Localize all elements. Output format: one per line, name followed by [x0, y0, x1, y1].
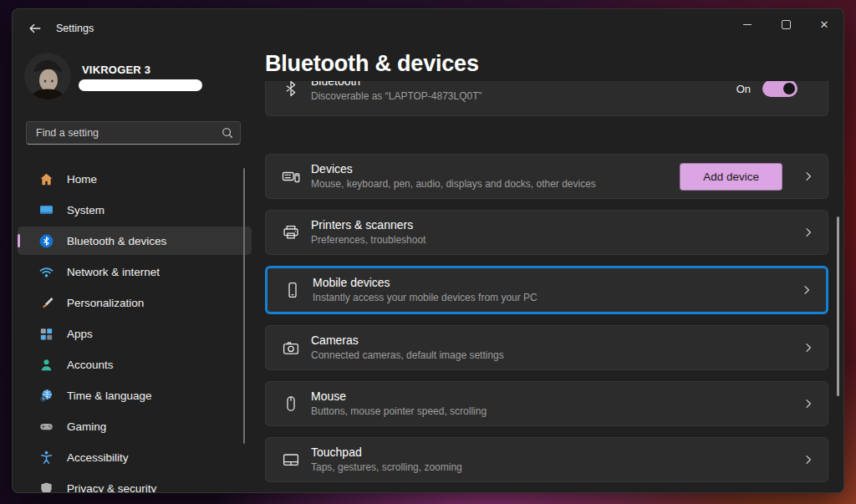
back-arrow-icon [28, 21, 43, 36]
sidebar-item-label: Bluetooth & devices [67, 235, 166, 247]
mobile-phone-icon [283, 280, 303, 300]
sidebar-item-label: Apps [67, 328, 93, 340]
row-subtitle: Instantly access your mobile devices fro… [313, 292, 794, 304]
search-icon[interactable] [221, 126, 234, 140]
devices-icon [281, 166, 301, 186]
sidebar-scrollbar[interactable] [243, 168, 245, 444]
sidebar-item-network-internet[interactable]: Network & internet [18, 257, 252, 286]
app-title: Settings [56, 23, 94, 34]
gaming-icon [38, 418, 54, 435]
printer-icon [281, 222, 301, 242]
sidebar-item-label: Accessibility [67, 451, 129, 464]
row-title: Mobile devices [313, 276, 794, 290]
window-controls: ✕ [728, 9, 843, 39]
row-title: Cameras [311, 333, 796, 348]
row-subtitle: Preferences, troubleshoot [311, 234, 796, 247]
chevron-right-icon [799, 283, 814, 298]
row-title: Devices [311, 162, 680, 176]
sidebar-item-label: Home [67, 173, 97, 186]
minimize-icon [743, 24, 752, 25]
devices-row[interactable]: Devices Mouse, keyboard, pen, audio, dis… [265, 154, 828, 199]
home-icon [38, 171, 54, 187]
accounts-icon [38, 356, 54, 373]
sidebar-item-label: Accounts [67, 359, 114, 371]
bluetooth-subtitle: Discoverable as “LAPTOP-4873LQ0T” [311, 90, 736, 103]
mobile-devices-row[interactable]: Mobile devices Instantly access your mob… [265, 266, 828, 314]
maximize-icon [782, 20, 791, 29]
privacy-icon [38, 480, 54, 493]
touchpad-icon [281, 450, 301, 470]
sidebar-item-accounts[interactable]: Accounts [18, 350, 252, 379]
user-name: VIKROGER 3 [82, 64, 150, 76]
sidebar-item-system[interactable]: System [18, 196, 252, 224]
network-icon [38, 263, 54, 280]
sidebar-item-time-language[interactable]: Time & language [18, 381, 252, 410]
sidebar-item-label: Privacy & security [67, 482, 156, 494]
page-title: Bluetooth & devices [265, 51, 479, 77]
chevron-right-icon [801, 169, 816, 184]
bluetooth-toggle[interactable] [762, 81, 797, 97]
settings-window: Settings ✕ VIKROGER 3 Home System [12, 8, 844, 493]
mouse-icon [281, 394, 301, 414]
content-scrollbar[interactable] [837, 216, 839, 396]
row-subtitle: Buttons, mouse pointer speed, scrolling [311, 405, 796, 418]
close-icon: ✕ [820, 18, 829, 31]
bluetooth-title: Bluetooth [311, 81, 736, 89]
redacted-email-pill [79, 79, 202, 91]
bluetooth-row[interactable]: Bluetooth Discoverable as “LAPTOP-4873LQ… [265, 81, 828, 116]
sidebar-item-label: Network & internet [67, 266, 160, 278]
sidebar-item-gaming[interactable]: Gaming [18, 412, 252, 440]
bluetooth-glyph-icon [281, 81, 301, 99]
bluetooth-icon [38, 232, 54, 249]
row-title: Touchpad [311, 445, 796, 460]
sidebar-item-bluetooth-devices[interactable]: Bluetooth & devices [18, 227, 252, 255]
sidebar-item-apps[interactable]: Apps [18, 319, 252, 348]
row-title: Printers & scanners [311, 218, 796, 232]
minimize-button[interactable] [728, 9, 767, 39]
row-subtitle: Connected cameras, default image setting… [311, 349, 796, 362]
settings-rows: Bluetooth Discoverable as “LAPTOP-4873LQ… [265, 81, 828, 493]
chevron-right-icon [801, 225, 816, 240]
chevron-right-icon [801, 396, 816, 411]
sidebar-item-label: Gaming [67, 420, 106, 433]
chevron-right-icon [801, 452, 816, 467]
camera-icon [281, 338, 301, 358]
sidebar-item-home[interactable]: Home [18, 165, 252, 193]
maximize-button[interactable] [767, 9, 805, 39]
touchpad-row[interactable]: Touchpad Taps, gestures, scrolling, zoom… [265, 437, 828, 482]
back-button[interactable] [23, 18, 48, 38]
row-subtitle: Mouse, keyboard, pen, audio, displays an… [311, 178, 680, 191]
toggle-knob [783, 83, 795, 94]
sidebar-item-label: System [67, 204, 104, 216]
mouse-row[interactable]: Mouse Buttons, mouse pointer speed, scro… [265, 381, 828, 426]
search-box [26, 121, 241, 145]
sidebar-item-personalization[interactable]: Personalization [18, 288, 252, 317]
apps-icon [38, 325, 54, 342]
search-input[interactable] [26, 121, 241, 145]
sidebar-item-accessibility[interactable]: Accessibility [18, 443, 252, 471]
cameras-row[interactable]: Cameras Connected cameras, default image… [265, 325, 828, 370]
sidebar-item-label: Personalization [67, 297, 144, 309]
printers-scanners-row[interactable]: Printers & scanners Preferences, trouble… [265, 210, 828, 255]
sidebar: Home System Bluetooth & devices Network … [18, 165, 252, 493]
toggle-state-label: On [736, 83, 751, 95]
sidebar-item-label: Time & language [67, 389, 152, 402]
system-icon [38, 201, 54, 218]
personalization-icon [38, 294, 54, 311]
add-device-button[interactable]: Add device [680, 163, 782, 191]
row-subtitle: Taps, gestures, scrolling, zooming [311, 461, 796, 474]
accessibility-icon [38, 449, 54, 466]
close-button[interactable]: ✕ [805, 9, 843, 39]
chevron-right-icon [801, 340, 816, 355]
time-language-icon [38, 387, 54, 404]
selected-accent-bar [18, 234, 20, 247]
row-title: Mouse [311, 389, 796, 404]
avatar[interactable] [24, 53, 71, 99]
sidebar-item-privacy-security[interactable]: Privacy & security [18, 474, 252, 493]
